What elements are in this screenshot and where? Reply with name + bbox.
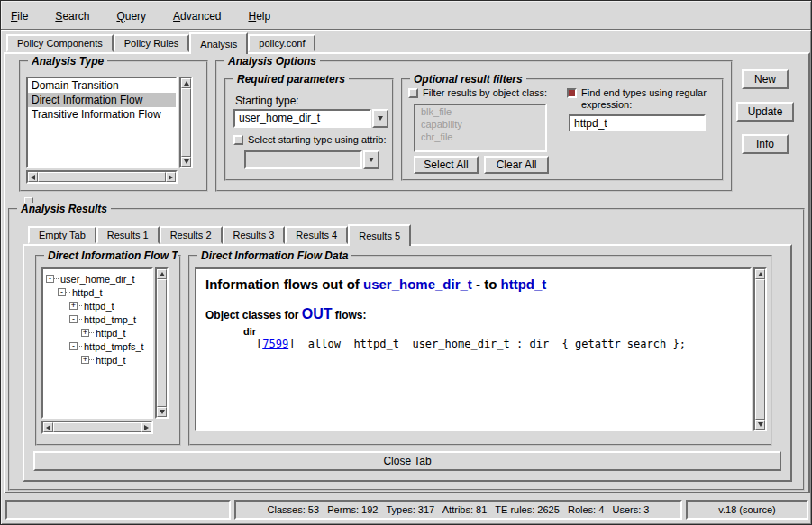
analysis-options-title: Analysis Options	[224, 55, 320, 68]
object-class-name: dir	[243, 326, 741, 337]
scrollbar-thumb[interactable]	[157, 279, 167, 407]
tree-node[interactable]: +httpd_t	[44, 353, 151, 367]
scroll-up-button[interactable]	[755, 269, 765, 279]
results-notebook-panel: Direct Information Flow T -user_home_dir…	[23, 244, 792, 482]
tab-results-1[interactable]: Results 1	[96, 226, 160, 244]
tree-node[interactable]: -httpd_t	[44, 285, 151, 299]
tree-expander-icon[interactable]: +	[81, 356, 89, 364]
tree-node[interactable]: +httpd_t	[44, 299, 151, 312]
scroll-right-button[interactable]	[141, 422, 151, 432]
heading-middle: - to	[472, 276, 501, 292]
scrollbar-thumb[interactable]	[755, 279, 765, 420]
arrow-left-icon	[31, 175, 35, 180]
starting-type-value[interactable]: user_home_dir_t	[233, 109, 371, 128]
object-class-item: capability	[415, 118, 545, 131]
tree-node[interactable]: -httpd_tmp_t	[44, 312, 151, 326]
list-item-direct-information-flow[interactable]: Direct Information Flow	[28, 93, 176, 107]
regex-input[interactable]	[569, 114, 706, 131]
status-version: v.18 (source)	[686, 500, 808, 520]
data-vertical-scrollbar[interactable]	[753, 267, 767, 431]
menu-file[interactable]: File	[8, 8, 31, 24]
scroll-down-button[interactable]	[181, 157, 191, 167]
tree-node[interactable]: +httpd_t	[44, 326, 151, 339]
menu-search[interactable]: Search	[52, 8, 92, 24]
tree-node-label[interactable]: httpd_t	[82, 301, 114, 312]
scroll-down-button[interactable]	[755, 420, 765, 430]
scroll-up-button[interactable]	[157, 269, 167, 279]
tree-node-label[interactable]: httpd_tmpfs_t	[82, 341, 144, 352]
scrollbar-thumb[interactable]	[38, 172, 166, 182]
attrib-combo-value	[244, 150, 362, 169]
tree-expander-icon[interactable]: -	[58, 288, 66, 296]
rule-line: [7599] allow httpd_t user_home_dir_t : d…	[256, 338, 741, 350]
analysis-type-listbox[interactable]: Domain Transition Direct Information Flo…	[26, 77, 178, 168]
list-item-transitive-information-flow[interactable]: Transitive Information Flow	[28, 107, 176, 122]
tree-node-label[interactable]: httpd_t	[94, 328, 126, 339]
tree-node-label[interactable]: httpd_t	[94, 355, 126, 366]
regex-checkbox-label: Find end types using regular expression:	[581, 87, 720, 111]
tab-results-5[interactable]: Results 5	[348, 224, 411, 246]
scroll-left-button[interactable]	[43, 422, 53, 432]
tree-node-label[interactable]: user_home_dir_t	[59, 274, 135, 285]
menu-advanced[interactable]: Advanced	[170, 8, 224, 24]
tree-expander-icon[interactable]: +	[69, 302, 78, 310]
analysis-type-horizontal-scrollbar[interactable]	[26, 170, 178, 184]
flow-data-group: Direct Information Flow Data Information…	[188, 255, 772, 446]
optional-result-filters-group: Optional result filters Filter results b…	[401, 78, 724, 181]
tree-expander-icon[interactable]: -	[69, 342, 78, 350]
obj-line-prefix: Object classes for	[205, 309, 302, 321]
flow-tree[interactable]: -user_home_dir_t -httpd_t +httpd_t -http…	[41, 267, 153, 419]
menu-query[interactable]: Query	[114, 8, 149, 24]
clear-all-button[interactable]: Clear All	[484, 156, 549, 174]
tab-results-4[interactable]: Results 4	[285, 226, 348, 244]
tab-policy-rules[interactable]: Policy Rules	[114, 34, 190, 52]
close-tab-button[interactable]: Close Tab	[33, 451, 781, 471]
regex-checkbox[interactable]	[567, 88, 577, 98]
tree-expander-icon[interactable]: -	[46, 275, 54, 283]
scroll-down-button[interactable]	[157, 407, 167, 417]
object-class-filter-checkbox[interactable]	[408, 88, 418, 98]
tree-horizontal-scrollbar[interactable]	[41, 421, 153, 434]
rule-number-link[interactable]: 7599	[262, 338, 288, 350]
regex-checkbox-row[interactable]: Find end types using regular expression:	[567, 87, 720, 111]
scrollbar-thumb[interactable]	[53, 422, 141, 432]
optional-result-filters-title: Optional result filters	[410, 73, 526, 86]
analysis-type-vertical-scrollbar[interactable]	[179, 77, 193, 168]
starting-type-combobox[interactable]: user_home_dir_t	[233, 109, 388, 128]
status-bar: Classes: 53 Perms: 192 Types: 317 Attrib…	[3, 497, 811, 522]
tree-node-label[interactable]: httpd_t	[70, 287, 103, 298]
analysis-results-title: Analysis Results	[17, 203, 111, 215]
tree-node[interactable]: -httpd_tmpfs_t	[44, 339, 151, 353]
starting-type-dropdown-button[interactable]	[372, 109, 388, 128]
new-button[interactable]: New	[742, 69, 789, 89]
tree-node[interactable]: -user_home_dir_t	[44, 272, 151, 285]
menu-help[interactable]: Help	[245, 8, 273, 24]
tree-expander-icon[interactable]: -	[69, 315, 78, 323]
arrow-right-icon	[144, 425, 149, 430]
scroll-right-button[interactable]	[166, 172, 176, 182]
attrib-checkbox-row[interactable]: Select starting type using attrib:	[233, 134, 390, 146]
object-class-filter-checkbox-row[interactable]: Filter results by object class:	[408, 87, 563, 99]
tab-empty[interactable]: Empty Tab	[28, 226, 96, 244]
select-all-button[interactable]: Select All	[414, 156, 479, 174]
scroll-left-button[interactable]	[28, 172, 38, 182]
info-button[interactable]: Info	[742, 134, 789, 154]
menu-bar: File Search Query Advanced Help	[8, 6, 273, 26]
arrow-up-icon	[184, 81, 189, 86]
tab-results-3[interactable]: Results 3	[223, 226, 286, 244]
scrollbar-thumb[interactable]	[181, 88, 191, 157]
tab-policy-components[interactable]: Policy Components	[6, 34, 114, 52]
tab-policy-conf[interactable]: policy.conf	[248, 34, 315, 52]
tab-results-2[interactable]: Results 2	[160, 226, 223, 244]
tree-expander-icon[interactable]: +	[81, 329, 89, 337]
attrib-checkbox[interactable]	[233, 135, 243, 145]
tree-node-label[interactable]: httpd_tmp_t	[82, 314, 136, 325]
flow-data-textarea[interactable]: Information flows out of user_home_dir_t…	[195, 267, 752, 431]
arrow-left-icon	[46, 425, 50, 430]
update-button[interactable]: Update	[736, 102, 794, 122]
tree-vertical-scrollbar[interactable]	[155, 267, 169, 419]
attrib-checkbox-label: Select starting type using attrib:	[248, 134, 386, 146]
tab-analysis[interactable]: Analysis	[189, 32, 248, 54]
scroll-up-button[interactable]	[181, 78, 191, 88]
list-item-domain-transition[interactable]: Domain Transition	[28, 78, 176, 93]
